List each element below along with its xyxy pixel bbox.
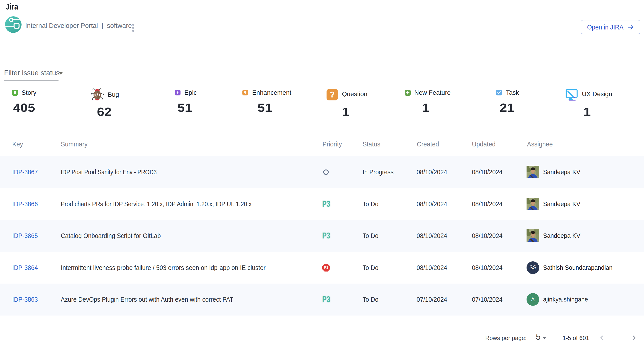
svg-text:?: ? [330,90,335,99]
